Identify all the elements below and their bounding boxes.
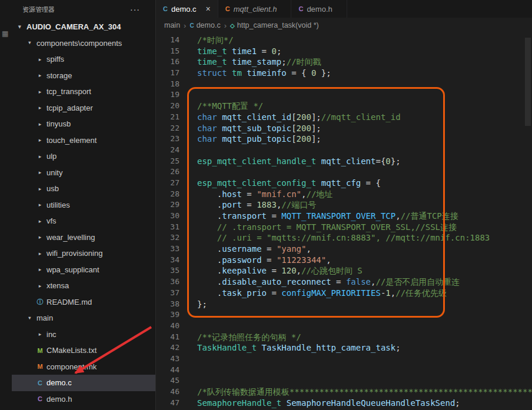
editor-group: Cdemo.c×Cmqtt_client.hCdemo.h main›Cdemo… bbox=[156, 0, 532, 410]
tree-item-inc[interactable]: ▸inc bbox=[12, 326, 155, 343]
code-line[interactable]: 35 .keepalive = 120,//心跳包时间 S bbox=[156, 265, 532, 276]
editor-scrollbar[interactable] bbox=[525, 38, 531, 126]
breadcrumb-item[interactable]: main bbox=[164, 21, 180, 29]
token: esp_mqtt_client_handle_t bbox=[197, 156, 316, 166]
chevron-right-icon: ▸ bbox=[35, 202, 45, 208]
tree-item-demo.c[interactable]: Cdemo.c bbox=[12, 375, 155, 391]
code-line[interactable]: 31 // .transport = MQTT_TRANSPORT_OVER_S… bbox=[156, 222, 532, 233]
file-type-icon: M bbox=[35, 363, 45, 370]
code-line[interactable]: 14/*时间*/ bbox=[156, 35, 532, 46]
tree-item-wifi_provisioning[interactable]: ▸wifi_provisioning bbox=[12, 245, 155, 262]
code-line[interactable]: 44 bbox=[156, 365, 532, 376]
token: = bbox=[262, 255, 277, 265]
tree-item-AUDIO_CAMERA_AX_304[interactable]: ▸AUDIO_CAMERA_AX_304 bbox=[12, 19, 155, 35]
code-line[interactable]: 46/*队列传输数据通用模板**************************… bbox=[156, 386, 532, 398]
tree-item-tcpip_adapter[interactable]: ▸tcpip_adapter bbox=[12, 100, 155, 116]
code-line[interactable]: 30 .transport = MQTT_TRANSPORT_OVER_TCP,… bbox=[156, 211, 532, 222]
token bbox=[217, 112, 222, 122]
line-number: 39 bbox=[156, 309, 179, 321]
code-line[interactable]: 29 .port = 1883,//端口号 bbox=[156, 199, 532, 211]
tab-demo.h[interactable]: Cdemo.h bbox=[291, 0, 347, 18]
code-line[interactable]: 24 bbox=[156, 145, 532, 156]
tree-item-xtensa[interactable]: ▸xtensa bbox=[12, 278, 155, 294]
token: 0 bbox=[385, 156, 390, 166]
code-line[interactable]: 20/**MQTT配置 */ bbox=[156, 101, 532, 112]
code-line[interactable]: 36 .disable_auto_reconnect = false,//是否不… bbox=[156, 276, 532, 288]
tree-item-wear_levelling[interactable]: ▸wear_levelling bbox=[12, 229, 155, 246]
line-number: 41 bbox=[156, 332, 179, 343]
token: mqtt_client bbox=[321, 156, 376, 166]
tree-item-README.md[interactable]: ⓘREADME.md bbox=[12, 294, 155, 311]
tree-item-utilities[interactable]: ▸utilities bbox=[12, 197, 155, 214]
code-line[interactable]: 23char mqtt_pub_topic[200]; bbox=[156, 134, 532, 145]
code-text: /*时间*/ bbox=[197, 35, 234, 46]
chevron-right-icon: ▸ bbox=[35, 169, 45, 175]
tree-item-ulp[interactable]: ▸ulp bbox=[12, 148, 155, 165]
tree-item-CMakeLists.txt[interactable]: MCMakeLists.txt bbox=[12, 342, 155, 359]
tree-item-storage[interactable]: ▸storage bbox=[12, 68, 155, 84]
token: time1 bbox=[232, 46, 257, 56]
code-line[interactable]: 16time_t time_stamp;//时间戳 bbox=[156, 56, 532, 68]
code-line[interactable]: 17struct tm timeinfo = { 0 }; bbox=[156, 68, 532, 79]
code-line[interactable]: 28 .host = "mnif.cn",//地址 bbox=[156, 189, 532, 200]
tree-item-tinyusb[interactable]: ▸tinyusb bbox=[12, 116, 155, 132]
token: //心跳包时间 S bbox=[301, 266, 363, 275]
tree-item-demo.h[interactable]: Cdemo.h bbox=[12, 391, 155, 408]
code-text: /**记录拍照任务的句柄 */ bbox=[197, 332, 301, 343]
code-line[interactable]: 41/**记录拍照任务的句柄 */ bbox=[156, 332, 532, 343]
tree-item-label: tinyusb bbox=[46, 119, 71, 128]
code-line[interactable]: 27esp_mqtt_client_config_t mqtt_cfg = { bbox=[156, 178, 532, 189]
chevron-right-icon: ▸ bbox=[35, 56, 45, 62]
tree-item-unity[interactable]: ▸unity bbox=[12, 165, 155, 181]
tree-item-component.mk[interactable]: Mcomponent.mk bbox=[12, 359, 155, 375]
code-line[interactable]: 39 bbox=[156, 309, 532, 321]
code-line[interactable]: 45 bbox=[156, 375, 532, 386]
code-line[interactable]: 34 .password = "11223344", bbox=[156, 255, 532, 266]
code-line[interactable]: 37 .task_prio = configMAX_PRIORITIES-1,/… bbox=[156, 288, 532, 299]
tree-item-touch_element[interactable]: ▸touch_element bbox=[12, 132, 155, 149]
code-line[interactable]: 33 .username = "yang", bbox=[156, 244, 532, 255]
tab-mqtt_client.h[interactable]: Cmqtt_client.h bbox=[218, 0, 292, 18]
more-actions-icon[interactable]: ··· bbox=[130, 5, 140, 14]
token: = bbox=[242, 189, 257, 199]
breadcrumb-item[interactable]: ◇http_camera_task(void *) bbox=[230, 21, 319, 29]
code-text: // .uri = "mqtts://mnif.cn:8883", //mqtt… bbox=[197, 232, 490, 244]
chevron-right-icon: ▸ bbox=[35, 72, 45, 78]
activity-bar-icon[interactable]: ▦ bbox=[2, 29, 8, 38]
tree-item-main[interactable]: ▸main bbox=[12, 310, 155, 326]
tree-item-components-components[interactable]: ▸components\components bbox=[12, 35, 155, 52]
chevron-right-icon: ▸ bbox=[35, 331, 45, 337]
code-line[interactable]: 19 bbox=[156, 89, 532, 101]
code-line[interactable]: 47SemaphoreHandle_t SemaphoreHandleQueue… bbox=[156, 398, 532, 409]
tree-item-label: demo.c bbox=[46, 378, 72, 387]
token: /**MQTT配置 */ bbox=[197, 101, 263, 111]
code-line[interactable]: 26 bbox=[156, 166, 532, 178]
code-line[interactable]: 21char mqtt_client_id[200];//mqtt_client… bbox=[156, 112, 532, 123]
tree-item-vfs[interactable]: ▸vfs bbox=[12, 213, 155, 229]
tree-item-label: unity bbox=[46, 168, 62, 177]
tree-item-tcp_transport[interactable]: ▸tcp_transport bbox=[12, 84, 155, 100]
token bbox=[217, 134, 222, 144]
code-line[interactable]: 25esp_mqtt_client_handle_t mqtt_client={… bbox=[156, 156, 532, 167]
close-icon[interactable]: × bbox=[206, 5, 211, 13]
token: tm bbox=[232, 68, 242, 78]
code-line[interactable]: 43 bbox=[156, 354, 532, 365]
line-number: 32 bbox=[156, 232, 179, 244]
token: 0 bbox=[271, 46, 276, 56]
code-line[interactable]: 38}; bbox=[156, 299, 532, 310]
code-line[interactable]: 15time_t time1 = 0; bbox=[156, 46, 532, 57]
tree-item-spiffs[interactable]: ▸spiffs bbox=[12, 51, 155, 68]
tab-demo.c[interactable]: Cdemo.c× bbox=[156, 0, 218, 18]
code-line[interactable]: 18 bbox=[156, 79, 532, 90]
code-line[interactable]: 42TaskHandle_t TaskHandle_http_camera_ta… bbox=[156, 342, 532, 354]
token: ; bbox=[395, 343, 400, 352]
token: configMAX_PRIORITIES bbox=[281, 288, 381, 298]
code-line[interactable]: 32 // .uri = "mqtts://mnif.cn:8883", //m… bbox=[156, 232, 532, 244]
code-line[interactable]: 22char mqtt_sub_topic[200]; bbox=[156, 123, 532, 134]
code-line[interactable]: 40 bbox=[156, 321, 532, 332]
breadcrumb-item[interactable]: Cdemo.c bbox=[189, 21, 220, 29]
code-editor[interactable]: 14/*时间*/15time_t time1 = 0;16time_t time… bbox=[156, 33, 532, 410]
tree-item-wpa_supplicant[interactable]: ▸wpa_supplicant bbox=[12, 262, 155, 278]
tree-item-usb[interactable]: ▸usb bbox=[12, 181, 155, 197]
token bbox=[227, 46, 232, 56]
